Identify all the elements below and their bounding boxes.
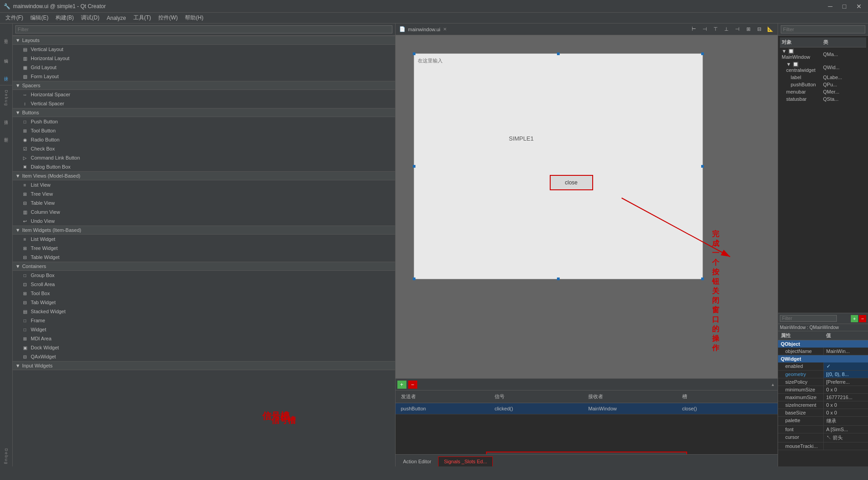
tree-item-pushbutton[interactable]: pushButton QPu... — [780, 81, 866, 88]
widget-list-widget[interactable]: ≡ List Widget — [13, 235, 395, 244]
widget-tab-widget[interactable]: ⊟ Tab Widget — [13, 298, 395, 307]
size-btn[interactable]: ⊞ — [743, 24, 753, 34]
signal-row[interactable]: pushButton clicked() MainWindow close() — [396, 403, 778, 414]
align-top-btn[interactable]: ⊥ — [722, 24, 731, 34]
tree-item-statusbar[interactable]: statusbar QSta... — [780, 95, 866, 103]
prop-objectname[interactable]: objectName MainWin... — [778, 348, 868, 355]
sidebar-icon-help[interactable]: 帮助 — [1, 127, 12, 143]
widget-stacked-widget[interactable]: ▤ Stacked Widget — [13, 307, 395, 316]
grid-btn[interactable]: ⊟ — [754, 24, 764, 34]
prop-palette[interactable]: palette 继承 — [778, 417, 868, 426]
widget-dock-widget[interactable]: ▣ Dock Widget — [13, 343, 395, 352]
widget-frame[interactable]: □ Frame — [13, 316, 395, 325]
prop-minimumsize[interactable]: minimumSize 0 x 0 — [778, 386, 868, 394]
widget-push-button[interactable]: □ Push Button — [13, 117, 395, 126]
section-buttons[interactable]: ▼ Buttons — [13, 108, 395, 117]
menu-edit[interactable]: 编辑(E) — [27, 13, 52, 23]
widget-vertical-layout[interactable]: ▤ Vertical Layout — [13, 45, 395, 54]
maximize-button[interactable]: □ — [840, 2, 849, 11]
remove-prop-button[interactable]: − — [859, 315, 866, 322]
sidebar-icon-debug[interactable]: Debug — [1, 87, 12, 109]
tree-item-menubar[interactable]: menubar QMer... — [780, 88, 866, 95]
widget-grid-layout[interactable]: ▦ Grid Layout — [13, 63, 395, 72]
widget-list-view[interactable]: ≡ List View — [13, 180, 395, 189]
widget-vertical-spacer[interactable]: ↕ Vertical Spacer — [13, 99, 395, 108]
object-tree-filter — [778, 24, 868, 36]
snap-btn[interactable]: 📐 — [765, 24, 776, 34]
section-layouts[interactable]: ▼ Layouts — [13, 36, 395, 45]
sidebar-icon-welcome[interactable]: 欢迎 — [1, 25, 12, 47]
widget-tool-button[interactable]: ⊞ Tool Button — [13, 126, 395, 135]
prop-geometry[interactable]: geometry [(0, 0), 8... — [778, 371, 868, 378]
canvas-tab[interactable]: mainwindow.ui — [408, 27, 441, 32]
menu-controls[interactable]: 控件(W) — [155, 13, 181, 23]
menu-file[interactable]: 文件(F) — [2, 13, 27, 23]
remove-signal-button[interactable]: − — [408, 381, 417, 389]
widget-table-view[interactable]: ⊟ Table View — [13, 198, 395, 207]
widget-tree-view[interactable]: ⊞ Tree View — [13, 189, 395, 198]
frame-icon: □ — [22, 317, 28, 324]
add-prop-button[interactable]: + — [851, 315, 858, 322]
close-button-widget[interactable]: close — [550, 175, 593, 190]
section-containers[interactable]: ▼ Containers — [13, 262, 395, 271]
section-item-widgets[interactable]: ▼ Item Widgets (Item-Based) — [13, 226, 395, 235]
widget-column-view[interactable]: ▥ Column View — [13, 207, 395, 216]
widget-tree-widget[interactable]: ⊞ Tree Widget — [13, 244, 395, 253]
minimize-button[interactable]: ─ — [826, 2, 835, 11]
widget-horizontal-spacer[interactable]: ↔ Horizontal Spacer — [13, 90, 395, 99]
prop-font[interactable]: font A [SimS... — [778, 426, 868, 433]
close-tab-icon[interactable]: ✕ — [443, 27, 447, 32]
tab-action-editor[interactable]: Action Editor — [397, 456, 437, 466]
menu-tools[interactable]: 工具(T) — [130, 13, 155, 23]
align-bottom-btn[interactable]: ⊣ — [732, 24, 742, 34]
sidebar-icon-edit[interactable]: 编辑 — [1, 47, 12, 65]
tab-signals-slots-editor[interactable]: Signals _Slots Ed... — [438, 456, 493, 466]
menu-help[interactable]: 帮助(H) — [181, 13, 207, 23]
prop-mousetracking[interactable]: mouseTracki... — [778, 442, 868, 450]
widget-check-box[interactable]: ☑ Check Box — [13, 144, 395, 153]
scroll-area-icon: ⊡ — [22, 281, 28, 287]
widget-form-layout[interactable]: ▧ Form Layout — [13, 72, 395, 81]
sidebar-icon-design[interactable]: 设计 — [1, 65, 12, 83]
add-signal-button[interactable]: + — [397, 381, 406, 389]
widget-qaxwidget[interactable]: ⊟ QAxWidget — [13, 352, 395, 361]
tree-item-centralwidget[interactable]: ▼ 🔲 centralwidget QWid... — [780, 61, 866, 74]
sidebar-icon-debug2[interactable]: Debug — [1, 448, 12, 465]
cell-signal: clicked() — [493, 405, 586, 412]
design-canvas[interactable]: 在这里输入 SIMPLE1 close — [414, 53, 703, 279]
align-right-btn[interactable]: ⊤ — [711, 24, 721, 34]
tree-item-label[interactable]: label QLabe... — [780, 74, 866, 81]
prop-enabled[interactable]: enabled ✓ — [778, 362, 868, 371]
object-filter-input[interactable] — [781, 25, 865, 33]
close-window-button[interactable]: ✕ — [854, 2, 864, 11]
widget-filter-input[interactable] — [15, 25, 392, 33]
sidebar-icon-project[interactable]: 项目 — [1, 109, 12, 127]
align-left-btn[interactable]: ⊢ — [689, 24, 699, 34]
menu-debug[interactable]: 调试(D) — [77, 13, 103, 23]
align-center-btn[interactable]: ⊣ — [700, 24, 710, 34]
signals-collapse-arrow[interactable]: ▲ — [770, 382, 776, 387]
menu-build[interactable]: 构建(B) — [52, 13, 77, 23]
widget-radio-button[interactable]: ◉ Radio Button — [13, 135, 395, 144]
menu-analyze[interactable]: Analyze — [103, 14, 130, 22]
widget-horizontal-layout[interactable]: ▥ Horizontal Layout — [13, 54, 395, 63]
widget-group-box[interactable]: □ Group Box — [13, 271, 395, 280]
widget-tool-box[interactable]: ⊞ Tool Box — [13, 289, 395, 298]
widget-command-link-button[interactable]: ▷ Command Link Button — [13, 153, 395, 162]
props-filter-input[interactable] — [780, 315, 837, 322]
widget-undo-view[interactable]: ↩ Undo View — [13, 216, 395, 226]
prop-cursor[interactable]: cursor ↖ 箭头 — [778, 433, 868, 442]
section-item-views[interactable]: ▼ Item Views (Model-Based) — [13, 171, 395, 180]
widget-widget[interactable]: □ Widget — [13, 325, 395, 334]
prop-maximumsize[interactable]: maximumSize 16777216... — [778, 394, 868, 401]
prop-sizepolicy[interactable]: sizePolicy [Preferre... — [778, 378, 868, 386]
section-spacers[interactable]: ▼ Spacers — [13, 81, 395, 90]
tree-item-mainwindow[interactable]: ▼ 🔲 MainWindow QMa... — [780, 47, 866, 61]
widget-table-widget[interactable]: ⊟ Table Widget — [13, 253, 395, 262]
widget-mdi-area[interactable]: ⊞ MDI Area — [13, 334, 395, 343]
section-input-widgets[interactable]: ▼ Input Widgets — [13, 361, 395, 370]
prop-basesize[interactable]: baseSize 0 x 0 — [778, 409, 868, 417]
widget-scroll-area[interactable]: ⊡ Scroll Area — [13, 280, 395, 289]
prop-sizeincrement[interactable]: sizeIncrement 0 x 0 — [778, 401, 868, 409]
widget-dialog-button-box[interactable]: ✖ Dialog Button Box — [13, 162, 395, 171]
